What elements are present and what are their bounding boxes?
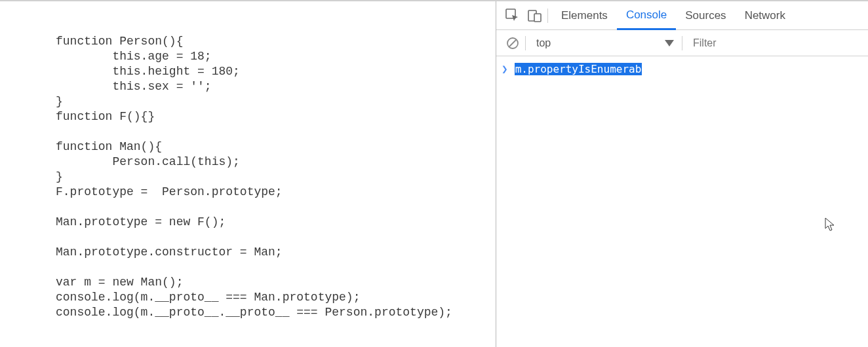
clear-console-icon[interactable]	[502, 32, 524, 54]
tab-sources[interactable]: Sources	[676, 1, 735, 30]
app-root: function Person(){ this.age = 18; this.h…	[0, 0, 868, 347]
context-label: top	[536, 37, 551, 49]
svg-line-4	[509, 39, 517, 46]
console-input-text[interactable]: m.propertyIsEnumerab	[515, 63, 642, 75]
tab-network[interactable]: Network	[736, 1, 795, 30]
inspect-element-icon[interactable]	[502, 5, 524, 27]
tab-elements[interactable]: Elements	[552, 1, 617, 30]
console-toolbar: top	[496, 30, 868, 56]
context-selector[interactable]: top	[530, 30, 681, 56]
devtools-tab-bar: Elements Console Sources Network	[496, 1, 868, 30]
source-pane: function Person(){ this.age = 18; this.h…	[0, 1, 496, 347]
filter-input[interactable]	[686, 30, 868, 56]
console-input-line[interactable]: ❯ m.propertyIsEnumerab	[502, 63, 863, 75]
separator	[682, 36, 682, 50]
prompt-chevron-icon: ❯	[502, 63, 508, 75]
svg-rect-2	[534, 14, 541, 22]
devtools-panel: Elements Console Sources Network top ❯	[496, 1, 868, 347]
separator	[525, 36, 526, 50]
code-block: function Person(){ this.age = 18; this.h…	[56, 34, 496, 320]
chevron-down-icon	[665, 40, 674, 46]
device-toolbar-icon[interactable]	[524, 5, 546, 27]
separator	[547, 9, 548, 23]
tab-console[interactable]: Console	[617, 1, 676, 30]
console-body[interactable]: ❯ m.propertyIsEnumerab	[496, 56, 868, 347]
